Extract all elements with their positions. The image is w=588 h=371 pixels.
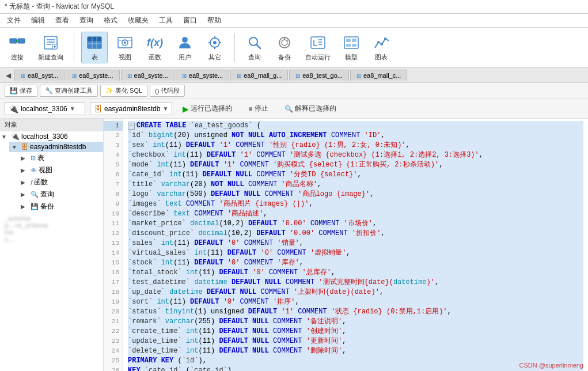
stop-button[interactable]: ■ 停止 [242, 102, 274, 115]
connection-value: localhost_3306 [21, 105, 67, 113]
create-tool-icon: 🔧 [45, 87, 53, 94]
code-line-9[interactable]: `images` text COMMENT '商品图片 {images} (|)… [128, 199, 583, 209]
code-line-14[interactable]: `virtual_sales` int(11) DEFAULT '0' COMM… [128, 248, 583, 258]
menu-query[interactable]: 查询 [75, 14, 98, 26]
tool-function-label: 函数 [149, 53, 161, 62]
fold-button-1[interactable]: − [128, 123, 135, 130]
code-line-5[interactable]: `mode` int(11) DEFAULT '1' COMMENT '购买模式… [128, 160, 583, 170]
svg-rect-1 [18, 39, 25, 43]
tool-query[interactable]: 查询 [242, 32, 267, 63]
code-line-25[interactable]: PRIMARY KEY (`id`), [128, 356, 583, 366]
tree-database[interactable]: ▼ 🗄 easyadmin8testdb [9, 142, 103, 152]
code-line-13[interactable]: `sales` int(11) DEFAULT '0' COMMENT '销量'… [128, 238, 583, 248]
svg-line-28 [256, 44, 260, 48]
tab-5[interactable]: ⊞ ea8_mall_g... [230, 70, 288, 81]
tool-model[interactable]: 模型 [339, 32, 364, 63]
code-line-19[interactable]: `sort` int(11) DEFAULT '0' COMMENT '排序', [128, 297, 583, 307]
tool-chart-label: 图表 [375, 53, 388, 62]
tab-1[interactable]: ⊞ ea8_syst... [14, 70, 65, 81]
menu-format[interactable]: 格式 [99, 14, 122, 26]
tree-table-label: 表 [37, 153, 44, 163]
tool-user[interactable]: 用户 [172, 32, 198, 63]
tool-table[interactable]: 表 [81, 32, 108, 63]
tab-2-icon: ⊞ [72, 73, 77, 79]
menu-view[interactable]: 查看 [51, 14, 74, 26]
tool-connect[interactable]: 连接 [5, 32, 30, 63]
code-line-26[interactable]: KEY `cate_id` (`cate_id`) [128, 366, 583, 371]
code-line-15[interactable]: `stock` int(11) DEFAULT '0' COMMENT '库存'… [128, 258, 583, 268]
beautify-button[interactable]: ✨ 美化 SQL [100, 85, 147, 97]
tab-nav-left[interactable]: ◀ [2, 69, 14, 82]
code-content[interactable]: −CREATE TABLE `ea_test_goods` ( `id` big… [123, 119, 588, 371]
tool-function[interactable]: f(x) 函数 [142, 32, 168, 63]
tool-new-query[interactable]: 新建查询 [35, 32, 67, 63]
code-line-24[interactable]: `delete_time` int(11) DEFAULT NULL COMME… [128, 346, 583, 356]
code-block-button[interactable]: () 代码段 [150, 85, 185, 97]
tab-2[interactable]: ⊞ ea8_syste... [66, 70, 119, 81]
code-line-23[interactable]: `update_time` int(11) DEFAULT NULL COMME… [128, 336, 583, 346]
code-line-16[interactable]: `total_stock` int(11) DEFAULT '0' COMMEN… [128, 268, 583, 278]
tool-backup[interactable]: 备份 [272, 32, 297, 63]
sidebar-header: 对象 [0, 119, 103, 131]
conn-arrow-icon: ▼ [70, 105, 75, 112]
svg-rect-38 [346, 39, 351, 42]
tab-3[interactable]: ⊞ ea8_syste... [121, 70, 174, 81]
menu-edit[interactable]: 编辑 [26, 14, 50, 26]
explain-button[interactable]: 🔍 解释已选择的 [279, 102, 342, 115]
menu-favorites[interactable]: 收藏夹 [123, 14, 153, 26]
menu-window[interactable]: 窗口 [179, 14, 202, 26]
tool-autorun[interactable]: 自动运行 [302, 32, 334, 63]
menu-help[interactable]: 帮助 [203, 14, 226, 26]
code-area: 1234567891011121314151617181920212223242… [104, 119, 588, 371]
code-line-20[interactable]: `status` tinyint(1) unsigned DEFAULT '1'… [128, 307, 583, 317]
code-line-1[interactable]: −CREATE TABLE `ea_test_goods` ( [128, 121, 583, 131]
menu-file[interactable]: 文件 [2, 14, 25, 26]
tree-conn-icon: 🔌 [11, 132, 20, 141]
code-line-10[interactable]: `describe` text COMMENT '商品描述', [128, 209, 583, 219]
tree-func-label: 函数 [34, 177, 48, 187]
code-line-7[interactable]: `title` varchar(20) NOT NULL COMMENT '商品… [128, 180, 583, 190]
save-label: 保存 [20, 86, 32, 95]
database-value: easyadmin8testdb [104, 105, 160, 113]
tool-query-label: 查询 [248, 53, 261, 62]
database-select[interactable]: 🗄 easyadmin8testdb ▼ [90, 103, 172, 115]
tab-7-label: ea8_mall_c... [363, 72, 401, 79]
code-line-17[interactable]: `test_datetime` datetime DEFAULT NULL CO… [128, 278, 583, 287]
tabs-bar: ◀ ⊞ ea8_syst... ⊞ ea8_syste... ⊞ ea8_sys… [0, 68, 588, 83]
tab-3-label: ea8_syste... [134, 72, 168, 79]
tool-chart[interactable]: 图表 [369, 32, 394, 63]
tab-4[interactable]: ⊞ ea8_syste... [176, 70, 229, 81]
connection-select[interactable]: 🔌 localhost_3306 ▼ [5, 103, 85, 115]
code-line-11[interactable]: `market_price` decimal(10,2) DEFAULT '0.… [128, 219, 583, 229]
code-line-6[interactable]: `cate_id` int(11) DEFAULT NULL COMMENT '… [128, 170, 583, 180]
tree-query[interactable]: ▶ 🔍 查询 [18, 188, 103, 200]
tab-6[interactable]: ⊞ ea8_test_go... [289, 70, 349, 81]
save-button[interactable]: 💾 保存 [5, 85, 37, 97]
view-icon [116, 33, 134, 52]
create-tool-button[interactable]: 🔧 查询创建工具 [40, 85, 98, 97]
tree-connection[interactable]: ▼ 🔌 localhost_3306 [0, 131, 103, 142]
tree-view[interactable]: ▶ 👁 视图 [18, 164, 103, 176]
code-line-18[interactable]: `up_date` datetime DEFAULT NULL COMMENT … [128, 287, 583, 297]
code-line-22[interactable]: `create_time` int(11) DEFAULT NULL COMME… [128, 327, 583, 336]
code-line-8[interactable]: `logo` varchar(500) DEFAULT NULL COMMENT… [128, 190, 583, 199]
code-line-12[interactable]: `discount_price` decimal(10,2) DEFAULT '… [128, 229, 583, 238]
tool-other[interactable]: 其它 [202, 32, 227, 63]
menu-tools[interactable]: 工具 [154, 14, 177, 26]
tree-toggle-backup: ▶ [21, 203, 29, 210]
code-line-2[interactable]: `id` bigint(20) unsigned NOT NULL AUTO_I… [128, 131, 583, 141]
tree-table[interactable]: ▶ ⊞ 表 [18, 152, 103, 164]
backup-icon [275, 33, 294, 52]
tree-backup[interactable]: ▶ 💾 备份 [18, 200, 103, 213]
code-line-21[interactable]: `remark` varchar(255) DEFAULT NULL COMME… [128, 317, 583, 327]
code-line-3[interactable]: `sex` int(11) DEFAULT '1' COMMENT '性别 {r… [128, 141, 583, 150]
code-line-4[interactable]: `checkbox` int(11) DEFAULT '1' COMMENT '… [128, 150, 583, 160]
tree-toggle-db: ▼ [12, 144, 20, 150]
run-button[interactable]: ▶ 运行已选择的 [177, 102, 238, 115]
tree-function[interactable]: ▶ f 函数 [18, 176, 103, 188]
tool-connect-label: 连接 [11, 53, 24, 62]
tab-7[interactable]: ⊞ ea8_mall_c... [350, 70, 407, 81]
tab-6-label: ea8_test_go... [302, 72, 343, 79]
tool-view[interactable]: 视图 [112, 32, 138, 63]
tree-db-icon: 🗄 [21, 143, 28, 151]
